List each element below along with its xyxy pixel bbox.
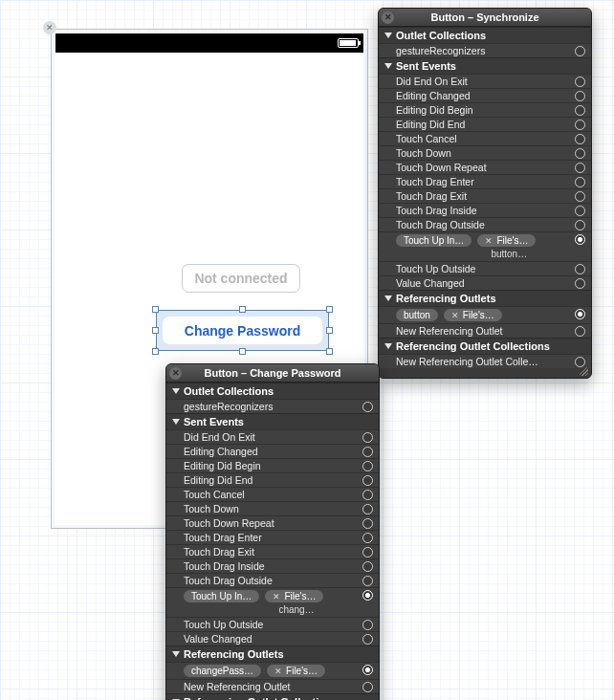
connection-socket-icon[interactable] — [575, 134, 585, 144]
event-row[interactable]: Touch Down — [166, 501, 379, 515]
connection-socket-icon[interactable] — [575, 120, 585, 130]
event-row[interactable]: Did End On Exit — [166, 429, 379, 444]
connection-socket-icon[interactable] — [362, 518, 373, 529]
event-row[interactable]: Touch Drag Inside — [166, 558, 379, 573]
event-row[interactable]: Editing Did End — [166, 472, 379, 487]
event-row[interactable]: Touch Cancel — [166, 487, 379, 501]
event-row[interactable]: Touch Drag Exit — [166, 544, 379, 558]
connection-socket-icon[interactable] — [575, 264, 585, 274]
connection-event-pill[interactable]: Touch Up In… — [396, 234, 471, 247]
resize-handle[interactable] — [152, 306, 159, 313]
panel-title[interactable]: ✕ Button – Change Password — [166, 364, 379, 383]
event-row[interactable]: Editing Changed — [166, 444, 379, 458]
section-sent-events[interactable]: Sent Events — [166, 413, 379, 429]
connection-target-pill[interactable]: ✕File's… — [477, 234, 536, 247]
event-row[interactable]: Touch Cancel — [379, 131, 591, 145]
section-referencing-outlets[interactable]: Referencing Outlets — [166, 645, 379, 662]
event-row[interactable]: Touch Up Outside — [166, 617, 379, 631]
connection-socket-icon[interactable] — [575, 177, 585, 187]
connection-socket-icon[interactable] — [362, 547, 373, 558]
resize-handle[interactable] — [326, 327, 333, 334]
remove-connection-icon[interactable]: ✕ — [273, 592, 280, 602]
disclosure-triangle-icon[interactable] — [384, 33, 392, 38]
remove-connection-icon[interactable]: ✕ — [451, 311, 459, 320]
close-icon[interactable]: ✕ — [43, 21, 56, 34]
connection-socket-icon[interactable] — [362, 447, 373, 457]
section-outlet-collections[interactable]: Outlet Collections — [379, 27, 591, 43]
connection-socket-icon[interactable] — [362, 620, 373, 630]
connection-socket-icon[interactable] — [575, 46, 585, 56]
event-row[interactable]: Touch Down Repeat — [166, 515, 379, 530]
connection-socket-icon[interactable] — [362, 576, 373, 586]
event-row[interactable]: Value Changed — [166, 631, 379, 645]
connection-socket-icon[interactable] — [362, 682, 373, 692]
event-row[interactable]: Touch Up Outside — [379, 261, 591, 275]
connection-socket-icon[interactable] — [575, 357, 585, 367]
connection-socket-icon[interactable] — [362, 402, 373, 412]
connection-socket-icon[interactable] — [362, 590, 373, 601]
section-outlet-collections[interactable]: Outlet Collections — [166, 383, 379, 399]
outlet-name-pill[interactable]: button — [396, 309, 438, 321]
disclosure-triangle-icon[interactable] — [172, 388, 180, 394]
change-password-button[interactable]: Change Password — [163, 317, 322, 344]
event-row[interactable]: Touch Drag Outside — [379, 217, 591, 231]
remove-connection-icon[interactable]: ✕ — [485, 236, 493, 246]
connection-event-pill[interactable]: Touch Up In… — [184, 590, 259, 602]
connection-socket-icon[interactable] — [575, 191, 585, 202]
connection-socket-icon[interactable] — [362, 475, 373, 486]
resize-handle[interactable] — [239, 306, 246, 313]
event-row[interactable]: Did End On Exit — [379, 74, 591, 88]
connections-panel-synchronize[interactable]: ✕ Button – Synchronize Outlet Collection… — [378, 8, 592, 379]
event-row[interactable]: Editing Did Begin — [379, 102, 591, 117]
disclosure-triangle-icon[interactable] — [384, 343, 392, 349]
section-referencing-outlets[interactable]: Referencing Outlets — [379, 290, 591, 306]
section-referencing-outlet-collections[interactable]: Referencing Outlet Collections — [379, 338, 591, 354]
outlet-row[interactable]: New Referencing Outlet Colle… — [379, 354, 591, 368]
disclosure-triangle-icon[interactable] — [172, 651, 180, 657]
connection-socket-icon[interactable] — [362, 665, 373, 675]
outlet-row[interactable]: New Referencing Outlet — [379, 323, 591, 338]
connection-socket-icon[interactable] — [575, 91, 585, 101]
section-referencing-outlet-collections[interactable]: Referencing Outlet Collections — [166, 693, 379, 700]
event-row[interactable]: Touch Drag Exit — [379, 188, 591, 203]
connection-socket-icon[interactable] — [575, 278, 585, 289]
close-icon[interactable]: ✕ — [169, 367, 182, 380]
connection-socket-icon[interactable] — [575, 309, 585, 319]
connection-socket-icon[interactable] — [575, 163, 585, 173]
outlet-row[interactable]: New Referencing Outlet — [166, 679, 379, 693]
outlet-name-pill[interactable]: changePass… — [184, 665, 261, 677]
event-row[interactable]: Value Changed — [379, 275, 591, 290]
event-row[interactable]: Touch Down — [379, 145, 591, 160]
connection-socket-icon[interactable] — [362, 490, 373, 500]
connection-socket-icon[interactable] — [575, 234, 585, 245]
connection-socket-icon[interactable] — [575, 206, 585, 216]
outlet-row[interactable]: gestureRecognizers — [166, 399, 379, 413]
event-row[interactable]: Touch Drag Inside — [379, 203, 591, 217]
event-row[interactable]: Editing Did Begin — [166, 458, 379, 472]
connection-socket-icon[interactable] — [362, 561, 373, 572]
panel-title[interactable]: ✕ Button – Synchronize — [379, 9, 591, 27]
connection-socket-icon[interactable] — [575, 105, 585, 116]
connection-socket-icon[interactable] — [575, 220, 585, 230]
connection-socket-icon[interactable] — [575, 326, 585, 337]
resize-handle[interactable] — [326, 306, 333, 313]
connection-socket-icon[interactable] — [575, 148, 585, 159]
connection-socket-icon[interactable] — [362, 533, 373, 543]
event-row-connected[interactable]: Touch Up In… ✕File's… button… — [379, 231, 591, 261]
outlet-row[interactable]: gestureRecognizers — [379, 43, 591, 57]
event-row[interactable]: Editing Did End — [379, 117, 591, 131]
section-sent-events[interactable]: Sent Events — [379, 57, 591, 74]
change-password-selection[interactable]: Change Password — [156, 310, 329, 351]
resize-handle[interactable] — [152, 327, 159, 334]
remove-connection-icon[interactable]: ✕ — [274, 667, 282, 676]
disclosure-triangle-icon[interactable] — [172, 419, 180, 425]
event-row[interactable]: Touch Drag Enter — [166, 530, 379, 544]
connection-socket-icon[interactable] — [575, 77, 585, 87]
event-row[interactable]: Touch Drag Enter — [379, 174, 591, 188]
event-row[interactable]: Editing Changed — [379, 88, 591, 102]
resize-handle[interactable] — [239, 348, 246, 355]
connections-panel-change-password[interactable]: ✕ Button – Change Password Outlet Collec… — [165, 363, 380, 700]
resize-handle[interactable] — [152, 348, 159, 355]
connection-target-pill[interactable]: ✕File's… — [265, 590, 323, 602]
event-row-connected[interactable]: Touch Up In… ✕File's… chang… — [166, 587, 379, 617]
